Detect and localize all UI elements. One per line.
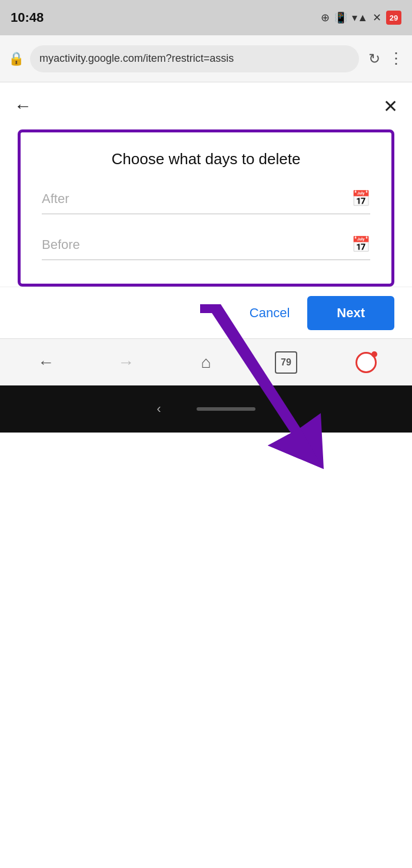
status-time: 10:48	[11, 10, 44, 25]
browser-bar: 🔒 myactivity.google.com/item?restrict=as…	[0, 35, 412, 82]
opera-button[interactable]	[348, 345, 384, 380]
url-text: myactivity.google.com/item?restrict=assi…	[39, 52, 350, 65]
before-date-field[interactable]: Before 📅	[42, 235, 370, 260]
tabs-icon: 79	[275, 351, 297, 374]
before-label: Before	[42, 237, 351, 252]
android-back-button[interactable]: ‹	[157, 401, 161, 417]
status-icons: ⊕ 📳 ▾▲ ✕ 29	[321, 11, 401, 25]
notification-badge: 29	[386, 11, 401, 25]
signal-x-icon: ✕	[373, 11, 381, 24]
pointer-arrow	[165, 298, 341, 498]
menu-dots-button[interactable]: ⋮	[388, 49, 404, 68]
browser-forward-button[interactable]: →	[108, 345, 144, 380]
after-label: After	[42, 191, 351, 207]
date-picker-card: Choose what days to delete After 📅 Befor…	[18, 129, 394, 287]
reload-button[interactable]: ↻	[368, 51, 380, 67]
lock-icon: 🔒	[8, 51, 24, 66]
opera-dot	[371, 351, 377, 357]
after-calendar-icon: 📅	[351, 189, 370, 208]
card-title: Choose what days to delete	[42, 150, 370, 168]
opera-icon	[355, 352, 377, 373]
before-calendar-icon: 📅	[351, 235, 370, 254]
close-button[interactable]: ✕	[383, 96, 398, 117]
url-bar[interactable]: myactivity.google.com/item?restrict=assi…	[30, 45, 359, 72]
vibrate-icon: 📳	[334, 11, 347, 24]
tabs-count: 79	[281, 357, 291, 368]
nav-bar: ← ✕	[0, 82, 412, 129]
after-date-field[interactable]: After 📅	[42, 189, 370, 214]
add-circle-icon: ⊕	[321, 11, 330, 24]
wifi-icon: ▾▲	[352, 11, 368, 24]
back-button[interactable]: ←	[14, 96, 32, 116]
status-bar: 10:48 ⊕ 📳 ▾▲ ✕ 29	[0, 0, 412, 35]
browser-back-button[interactable]: ←	[28, 345, 64, 380]
